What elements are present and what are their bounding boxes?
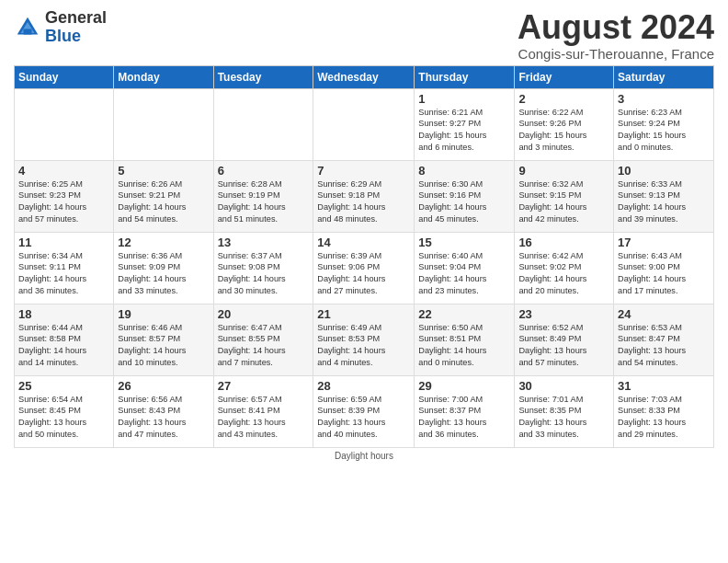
day-number: 9 — [518, 164, 609, 178]
calendar-day-header: Wednesday — [313, 65, 415, 88]
calendar-cell: 8Sunrise: 6:30 AM Sunset: 9:16 PM Daylig… — [415, 160, 515, 232]
calendar-header-row: SundayMondayTuesdayWednesdayThursdayFrid… — [15, 65, 714, 88]
calendar-cell: 22Sunrise: 6:50 AM Sunset: 8:51 PM Dayli… — [415, 304, 515, 375]
day-info: Sunrise: 6:49 AM Sunset: 8:53 PM Dayligh… — [317, 322, 410, 370]
day-number: 13 — [218, 236, 310, 249]
day-number: 27 — [218, 379, 310, 393]
day-info: Sunrise: 7:03 AM Sunset: 8:33 PM Dayligh… — [618, 394, 710, 442]
day-info: Sunrise: 6:21 AM Sunset: 9:27 PM Dayligh… — [418, 107, 510, 155]
calendar-cell: 31Sunrise: 7:03 AM Sunset: 8:33 PM Dayli… — [614, 375, 714, 447]
day-number: 20 — [218, 307, 310, 321]
day-number: 12 — [118, 236, 209, 249]
day-info: Sunrise: 6:22 AM Sunset: 9:26 PM Dayligh… — [518, 107, 609, 155]
calendar-cell — [114, 88, 213, 160]
calendar-cell: 11Sunrise: 6:34 AM Sunset: 9:11 PM Dayli… — [15, 232, 114, 304]
day-number: 28 — [317, 379, 410, 393]
day-number: 5 — [118, 164, 209, 178]
day-number: 24 — [618, 307, 710, 321]
location-subtitle: Congis-sur-Therouanne, France — [518, 46, 714, 62]
calendar-cell: 29Sunrise: 7:00 AM Sunset: 8:37 PM Dayli… — [415, 375, 515, 447]
day-number: 30 — [518, 379, 609, 393]
day-info: Sunrise: 6:37 AM Sunset: 9:08 PM Dayligh… — [218, 250, 310, 298]
logo-blue: Blue — [45, 28, 107, 46]
day-number: 17 — [618, 236, 710, 249]
day-info: Sunrise: 6:52 AM Sunset: 8:49 PM Dayligh… — [518, 322, 609, 370]
calendar-day-header: Sunday — [15, 65, 114, 88]
calendar-week-row: 1Sunrise: 6:21 AM Sunset: 9:27 PM Daylig… — [15, 88, 714, 160]
day-info: Sunrise: 6:56 AM Sunset: 8:43 PM Dayligh… — [118, 394, 209, 442]
calendar-cell: 26Sunrise: 6:56 AM Sunset: 8:43 PM Dayli… — [114, 375, 213, 447]
day-info: Sunrise: 6:54 AM Sunset: 8:45 PM Dayligh… — [18, 394, 109, 442]
day-info: Sunrise: 6:33 AM Sunset: 9:13 PM Dayligh… — [618, 178, 710, 226]
calendar-cell: 9Sunrise: 6:32 AM Sunset: 9:15 PM Daylig… — [515, 160, 614, 232]
calendar-week-row: 18Sunrise: 6:44 AM Sunset: 8:58 PM Dayli… — [15, 304, 714, 375]
day-number: 6 — [218, 164, 310, 178]
day-number: 26 — [118, 379, 209, 393]
calendar-cell: 13Sunrise: 6:37 AM Sunset: 9:08 PM Dayli… — [213, 232, 313, 304]
day-info: Sunrise: 6:57 AM Sunset: 8:41 PM Dayligh… — [218, 394, 310, 442]
day-info: Sunrise: 6:23 AM Sunset: 9:24 PM Dayligh… — [618, 107, 710, 155]
svg-rect-2 — [24, 29, 32, 34]
day-info: Sunrise: 6:34 AM Sunset: 9:11 PM Dayligh… — [18, 250, 109, 298]
page-container: General Blue August 2024 Congis-sur-Ther… — [0, 0, 728, 465]
day-number: 22 — [418, 307, 510, 321]
calendar-cell: 7Sunrise: 6:29 AM Sunset: 9:18 PM Daylig… — [313, 160, 415, 232]
calendar-cell: 14Sunrise: 6:39 AM Sunset: 9:06 PM Dayli… — [313, 232, 415, 304]
calendar-cell: 27Sunrise: 6:57 AM Sunset: 8:41 PM Dayli… — [213, 375, 313, 447]
day-info: Sunrise: 6:40 AM Sunset: 9:04 PM Dayligh… — [418, 250, 510, 298]
day-number: 23 — [518, 307, 609, 321]
day-info: Sunrise: 6:28 AM Sunset: 9:19 PM Dayligh… — [218, 178, 310, 226]
day-number: 16 — [518, 236, 609, 249]
day-number: 1 — [418, 92, 510, 106]
calendar-week-row: 4Sunrise: 6:25 AM Sunset: 9:23 PM Daylig… — [15, 160, 714, 232]
day-number: 25 — [18, 379, 109, 393]
calendar-day-header: Thursday — [415, 65, 515, 88]
day-info: Sunrise: 6:29 AM Sunset: 9:18 PM Dayligh… — [317, 178, 410, 226]
calendar-week-row: 11Sunrise: 6:34 AM Sunset: 9:11 PM Dayli… — [15, 232, 714, 304]
calendar-day-header: Friday — [515, 65, 614, 88]
day-info: Sunrise: 6:39 AM Sunset: 9:06 PM Dayligh… — [317, 250, 410, 298]
calendar-cell: 17Sunrise: 6:43 AM Sunset: 9:00 PM Dayli… — [614, 232, 714, 304]
day-number: 3 — [618, 92, 710, 106]
logo-icon — [14, 14, 41, 41]
calendar-cell: 16Sunrise: 6:42 AM Sunset: 9:02 PM Dayli… — [515, 232, 614, 304]
day-number: 19 — [118, 307, 209, 321]
calendar-cell — [15, 88, 114, 160]
calendar-day-header: Tuesday — [213, 65, 313, 88]
day-number: 2 — [518, 92, 609, 106]
calendar-cell: 15Sunrise: 6:40 AM Sunset: 9:04 PM Dayli… — [415, 232, 515, 304]
day-info: Sunrise: 6:26 AM Sunset: 9:21 PM Dayligh… — [118, 178, 209, 226]
day-info: Sunrise: 6:53 AM Sunset: 8:47 PM Dayligh… — [618, 322, 710, 370]
calendar-cell: 2Sunrise: 6:22 AM Sunset: 9:26 PM Daylig… — [515, 88, 614, 160]
day-info: Sunrise: 7:01 AM Sunset: 8:35 PM Dayligh… — [518, 394, 609, 442]
footer-note-text: Daylight hours — [335, 451, 393, 461]
calendar-cell: 3Sunrise: 6:23 AM Sunset: 9:24 PM Daylig… — [614, 88, 714, 160]
calendar-cell: 10Sunrise: 6:33 AM Sunset: 9:13 PM Dayli… — [614, 160, 714, 232]
day-number: 29 — [418, 379, 510, 393]
day-info: Sunrise: 6:25 AM Sunset: 9:23 PM Dayligh… — [18, 178, 109, 226]
calendar-table: SundayMondayTuesdayWednesdayThursdayFrid… — [14, 65, 714, 448]
calendar-day-header: Saturday — [614, 65, 714, 88]
day-number: 18 — [18, 307, 109, 321]
day-number: 10 — [618, 164, 710, 178]
calendar-cell: 23Sunrise: 6:52 AM Sunset: 8:49 PM Dayli… — [515, 304, 614, 375]
logo-general: General — [45, 9, 107, 28]
month-title: August 2024 — [518, 9, 714, 46]
calendar-cell — [213, 88, 313, 160]
day-number: 21 — [317, 307, 410, 321]
calendar-cell: 24Sunrise: 6:53 AM Sunset: 8:47 PM Dayli… — [614, 304, 714, 375]
day-info: Sunrise: 6:43 AM Sunset: 9:00 PM Dayligh… — [618, 250, 710, 298]
title-area: August 2024 Congis-sur-Therouanne, Franc… — [518, 9, 714, 62]
calendar-day-header: Monday — [114, 65, 213, 88]
day-info: Sunrise: 6:46 AM Sunset: 8:57 PM Dayligh… — [118, 322, 209, 370]
day-info: Sunrise: 6:44 AM Sunset: 8:58 PM Dayligh… — [18, 322, 109, 370]
day-number: 7 — [317, 164, 410, 178]
day-number: 11 — [18, 236, 109, 249]
calendar-cell: 19Sunrise: 6:46 AM Sunset: 8:57 PM Dayli… — [114, 304, 213, 375]
calendar-cell: 18Sunrise: 6:44 AM Sunset: 8:58 PM Dayli… — [15, 304, 114, 375]
calendar-cell: 5Sunrise: 6:26 AM Sunset: 9:21 PM Daylig… — [114, 160, 213, 232]
header: General Blue August 2024 Congis-sur-Ther… — [14, 9, 714, 62]
calendar-cell: 1Sunrise: 6:21 AM Sunset: 9:27 PM Daylig… — [415, 88, 515, 160]
calendar-cell: 21Sunrise: 6:49 AM Sunset: 8:53 PM Dayli… — [313, 304, 415, 375]
calendar-cell: 20Sunrise: 6:47 AM Sunset: 8:55 PM Dayli… — [213, 304, 313, 375]
